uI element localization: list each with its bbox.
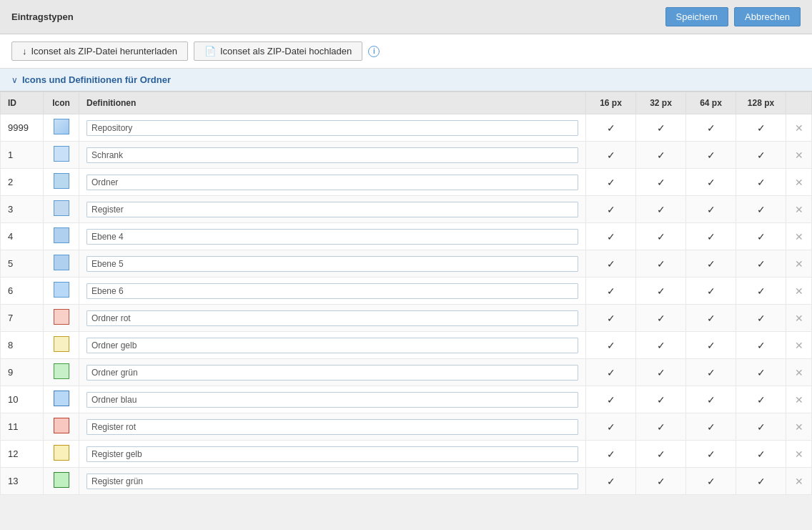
check-icon: ✓ [607, 476, 615, 487]
definition-input[interactable] [86, 229, 578, 245]
cell-definition[interactable] [79, 332, 586, 359]
download-button[interactable]: ↓ Iconset als ZIP-Datei herunterladen [11, 41, 188, 61]
icon-image [54, 445, 69, 461]
delete-icon[interactable]: ✕ [795, 476, 803, 487]
delete-icon[interactable]: ✕ [795, 122, 803, 134]
delete-icon[interactable]: ✕ [795, 448, 803, 460]
cell-px16: ✓ [586, 114, 636, 142]
cell-definition[interactable] [79, 278, 586, 305]
save-button[interactable]: Speichern [665, 7, 729, 26]
table-header-row: ID Icon Definitionen 16 px 32 px 64 px 1… [1, 92, 812, 114]
cell-action[interactable]: ✕ [786, 468, 812, 495]
definition-input[interactable] [86, 283, 578, 299]
cell-px64: ✓ [686, 332, 736, 359]
cell-action[interactable]: ✕ [786, 223, 812, 250]
cell-px32: ✓ [636, 413, 686, 441]
cell-action[interactable]: ✕ [786, 142, 812, 169]
delete-icon[interactable]: ✕ [795, 340, 803, 351]
icon-image [54, 363, 69, 379]
cell-icon [44, 223, 79, 250]
definition-input[interactable] [86, 147, 578, 163]
table-row: 7✓✓✓✓✕ [1, 305, 812, 332]
cell-px16: ✓ [586, 386, 636, 413]
table-row: 13✓✓✓✓✕ [1, 468, 812, 495]
cell-action[interactable]: ✕ [786, 114, 812, 142]
cell-action[interactable]: ✕ [786, 196, 812, 223]
cell-definition[interactable] [79, 468, 586, 495]
cell-definition[interactable] [79, 223, 586, 250]
definition-input[interactable] [86, 392, 578, 408]
cell-px128: ✓ [736, 441, 786, 468]
icon-image [54, 336, 69, 352]
check-icon: ✓ [707, 285, 716, 297]
cell-definition[interactable] [79, 441, 586, 468]
delete-icon[interactable]: ✕ [795, 313, 803, 324]
definition-input[interactable] [86, 446, 578, 462]
check-icon: ✓ [657, 149, 665, 161]
cell-action[interactable]: ✕ [786, 386, 812, 413]
definition-input[interactable] [86, 310, 578, 326]
definition-input[interactable] [86, 202, 578, 217]
cell-id: 11 [1, 413, 44, 441]
cell-px64: ✓ [686, 223, 736, 250]
cell-action[interactable]: ✕ [786, 250, 812, 278]
col-header-px16: 16 px [586, 92, 636, 114]
cell-action[interactable]: ✕ [786, 359, 812, 386]
cell-definition[interactable] [79, 305, 586, 332]
section-header[interactable]: ∨ Icons und Definitionen für Ordner [0, 69, 812, 92]
delete-icon[interactable]: ✕ [795, 258, 803, 270]
check-icon: ✓ [607, 285, 615, 297]
cell-icon [44, 169, 79, 196]
cell-action[interactable]: ✕ [786, 441, 812, 468]
check-icon: ✓ [757, 231, 766, 242]
cell-definition[interactable] [79, 250, 586, 278]
upload-label: Iconset als ZIP-Datei hochladen [220, 46, 352, 57]
cell-action[interactable]: ✕ [786, 305, 812, 332]
check-icon: ✓ [607, 394, 615, 406]
cell-definition[interactable] [79, 359, 586, 386]
cell-icon [44, 332, 79, 359]
delete-icon[interactable]: ✕ [795, 367, 803, 378]
delete-icon[interactable]: ✕ [795, 394, 803, 406]
cell-px32: ✓ [636, 169, 686, 196]
definition-input[interactable] [86, 419, 578, 435]
cell-id: 1 [1, 142, 44, 169]
cancel-button[interactable]: Abbrechen [734, 7, 801, 26]
cell-action[interactable]: ✕ [786, 332, 812, 359]
cell-px128: ✓ [736, 305, 786, 332]
definition-input[interactable] [86, 473, 578, 489]
definition-input[interactable] [86, 338, 578, 353]
cell-action[interactable]: ✕ [786, 278, 812, 305]
cell-definition[interactable] [79, 196, 586, 223]
cell-px128: ✓ [736, 413, 786, 441]
cell-definition[interactable] [79, 142, 586, 169]
cell-action[interactable]: ✕ [786, 169, 812, 196]
definition-input[interactable] [86, 256, 578, 272]
cell-px32: ✓ [636, 250, 686, 278]
cell-icon [44, 278, 79, 305]
cell-definition[interactable] [79, 413, 586, 441]
table-row: 2✓✓✓✓✕ [1, 169, 812, 196]
check-icon: ✓ [657, 394, 665, 406]
check-icon: ✓ [707, 258, 716, 270]
cell-definition[interactable] [79, 169, 586, 196]
cell-px128: ✓ [736, 250, 786, 278]
definition-input[interactable] [86, 175, 578, 190]
cell-px128: ✓ [736, 332, 786, 359]
page-title: Eintragstypen [11, 11, 74, 22]
definition-input[interactable] [86, 365, 578, 381]
cell-definition[interactable] [79, 114, 586, 142]
delete-icon[interactable]: ✕ [795, 204, 803, 215]
delete-icon[interactable]: ✕ [795, 177, 803, 188]
delete-icon[interactable]: ✕ [795, 149, 803, 161]
upload-button[interactable]: 📄 Iconset als ZIP-Datei hochladen [194, 41, 362, 61]
cell-action[interactable]: ✕ [786, 413, 812, 441]
delete-icon[interactable]: ✕ [795, 285, 803, 297]
cell-px16: ✓ [586, 169, 636, 196]
delete-icon[interactable]: ✕ [795, 421, 803, 433]
definition-input[interactable] [86, 120, 578, 136]
delete-icon[interactable]: ✕ [795, 231, 803, 242]
cell-px32: ✓ [636, 305, 686, 332]
cell-px32: ✓ [636, 114, 686, 142]
cell-definition[interactable] [79, 386, 586, 413]
